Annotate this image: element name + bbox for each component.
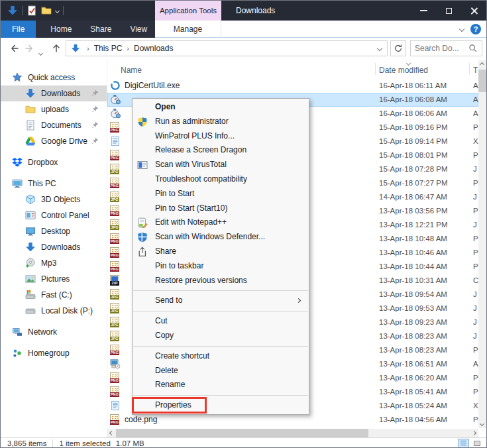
menu-item-edit-with-notepad[interactable]: Edit with Notepad++ — [133, 215, 309, 230]
menu-item-label: Scan with VirusTotal — [155, 160, 227, 169]
homegroup-icon — [11, 348, 23, 359]
column-divider[interactable] — [375, 63, 376, 75]
file-date-modified: 14-Apr-18 06:47 AM — [379, 190, 447, 204]
menu-item-restore-previous-versions[interactable]: Restore previous versions — [133, 274, 309, 288]
maximize-button[interactable] — [436, 1, 461, 21]
sidebar-item-local-disk-p[interactable]: Local Disk (P:) — [1, 303, 107, 319]
file-type-partial: J — [473, 162, 477, 176]
menu-item-label: Release a Screen Dragon — [155, 145, 246, 154]
tab-manage[interactable]: Manage — [155, 21, 221, 38]
sidebar-item-fast-c[interactable]: Fast (C:) — [1, 287, 107, 303]
file-row-digicertutil-exe[interactable]: DigiCertUtil.exe16-Apr-18 06:11 AMA — [107, 79, 478, 93]
up-icon[interactable] — [51, 43, 62, 54]
menu-item-rename[interactable]: Rename — [133, 378, 309, 392]
thumbnails-view-button[interactable] — [471, 439, 482, 448]
column-header-name[interactable]: Name — [121, 66, 142, 75]
address-bar[interactable]: › This PC › Downloads — [66, 40, 388, 56]
jpg-icon: JPG — [110, 317, 121, 327]
tab-file[interactable]: File — [1, 21, 36, 38]
menu-item-properties[interactable]: Properties — [133, 398, 309, 413]
minimize-ribbon-chevron-icon[interactable] — [459, 27, 464, 32]
sidebar-item-this-pc[interactable]: This PC — [1, 176, 107, 192]
sidebar-item-documents[interactable]: Documents — [1, 117, 107, 133]
file-date-modified: 13-Apr-18 03:56 PM — [379, 204, 448, 218]
sidebar-item-control-panel[interactable]: Control Panel — [1, 207, 107, 223]
menu-item-scan-with-virustotal[interactable]: Scan with VirusTotal — [133, 158, 309, 172]
refresh-button[interactable] — [390, 40, 406, 56]
vertical-scroll-thumb[interactable] — [478, 70, 486, 92]
scroll-down-icon[interactable] — [480, 421, 484, 426]
sidebar-item-3d-objects[interactable]: 3D Objects — [1, 192, 107, 207]
file-row-code-png[interactable]: PNGcode.png13-Apr-18 04:56 AMP — [107, 413, 478, 427]
tab-home[interactable]: Home — [41, 21, 81, 38]
scroll-up-icon[interactable] — [480, 62, 484, 67]
menu-item-troubleshoot-compatibility[interactable]: Troubleshoot compatibility — [133, 172, 309, 187]
sidebar-item-quick-access[interactable]: Quick access — [1, 70, 107, 85]
forward-icon[interactable] — [25, 43, 35, 54]
sidebar-item-google-drive[interactable]: Google Drive — [1, 133, 107, 149]
column-header-type[interactable]: T — [473, 66, 478, 75]
address-dropdown-chevron-icon[interactable] — [377, 46, 382, 51]
column-header-date-modified[interactable]: Date modified — [379, 66, 428, 75]
toolbar-separator — [22, 6, 23, 15]
digicert-icon — [110, 80, 121, 91]
menu-item-create-shortcut[interactable]: Create shortcut — [133, 349, 309, 364]
file-date-modified: 15-Apr-18 09:16 PM — [379, 121, 448, 135]
menu-item-delete[interactable]: Delete — [133, 364, 309, 378]
close-button[interactable] — [461, 1, 486, 21]
qat-customize-chevron-icon[interactable] — [55, 8, 60, 13]
menu-item-release-a-screen-dragon[interactable]: Release a Screen Dragon — [133, 143, 309, 158]
scroll-right-icon[interactable] — [472, 431, 476, 435]
file-date-modified: 13-Apr-18 06:20 AM — [379, 371, 447, 385]
sidebar-item-label: 3D Objects — [41, 195, 80, 204]
minimize-button[interactable] — [411, 1, 436, 21]
back-icon[interactable] — [9, 43, 19, 54]
search-input[interactable]: Search Do... — [410, 40, 482, 56]
file-type-partial: A — [473, 79, 478, 93]
menu-item-cut[interactable]: Cut — [133, 314, 309, 329]
menu-item-scan-with-windows-defender[interactable]: Scan with Windows Defender... — [133, 230, 309, 245]
menu-item-pin-to-start[interactable]: Pin to Start — [133, 187, 309, 201]
file-date-modified: 13-Apr-18 09:23 AM — [379, 315, 447, 329]
properties-check-icon[interactable] — [27, 5, 37, 16]
help-icon[interactable]: ? — [470, 24, 481, 34]
vertical-scrollbar[interactable] — [478, 60, 486, 428]
menu-item-winpatrol-plus-info[interactable]: WinPatrol PLUS Info... — [133, 129, 309, 144]
file-type-partial: J — [473, 218, 477, 232]
sidebar-item-desktop[interactable]: Desktop — [1, 223, 107, 239]
sidebar-item-mp3[interactable]: Mp3 — [1, 255, 107, 271]
menu-item-copy[interactable]: Copy — [133, 329, 309, 343]
menu-item-pin-to-taskbar[interactable]: Pin to taskbar — [133, 259, 309, 274]
file-type-partial: P — [473, 148, 478, 162]
breadcrumb-downloads[interactable]: Downloads — [134, 44, 173, 53]
details-view-button[interactable] — [458, 439, 469, 448]
txt-file-icon — [110, 136, 121, 146]
tab-share[interactable]: Share — [81, 21, 121, 38]
sidebar-item-downloads[interactable]: Downloads — [1, 239, 107, 255]
new-folder-icon[interactable] — [41, 5, 52, 16]
menu-item-pin-to-start-start10[interactable]: Pin to Start (Start10) — [133, 201, 309, 216]
pin-icon — [91, 89, 99, 97]
menu-item-run-as-administrator[interactable]: Run as administrator — [133, 115, 309, 129]
sidebar-item-pictures[interactable]: Pictures — [1, 271, 107, 287]
downloads-folder-icon[interactable] — [7, 5, 18, 16]
breadcrumb-this-pc[interactable]: This PC — [94, 44, 123, 53]
sidebar-item-uploads[interactable]: uploads — [1, 101, 107, 117]
png-icon: PNG — [110, 261, 121, 272]
recent-locations-chevron-icon[interactable] — [39, 46, 46, 52]
sidebar-item-downloads[interactable]: Downloads — [1, 85, 107, 101]
sidebar-item-network[interactable]: Network — [1, 324, 107, 340]
horizontal-scrollbar[interactable] — [107, 429, 478, 437]
menu-item-share[interactable]: Share — [133, 245, 309, 259]
tab-view[interactable]: View — [121, 21, 156, 38]
network-icon — [11, 327, 23, 337]
menu-item-open[interactable]: Open — [133, 100, 309, 115]
menu-separator — [133, 311, 308, 311]
scroll-left-icon[interactable] — [109, 431, 114, 435]
sidebar-item-homegroup[interactable]: Homegroup — [1, 345, 107, 361]
ribbon-tabs: File Home Share View — [1, 21, 155, 38]
horizontal-scroll-thumb[interactable] — [116, 429, 368, 437]
sidebar-item-dropbox[interactable]: Dropbox — [1, 154, 107, 170]
column-divider[interactable] — [469, 63, 470, 75]
menu-item-send-to[interactable]: Send to — [133, 294, 309, 308]
